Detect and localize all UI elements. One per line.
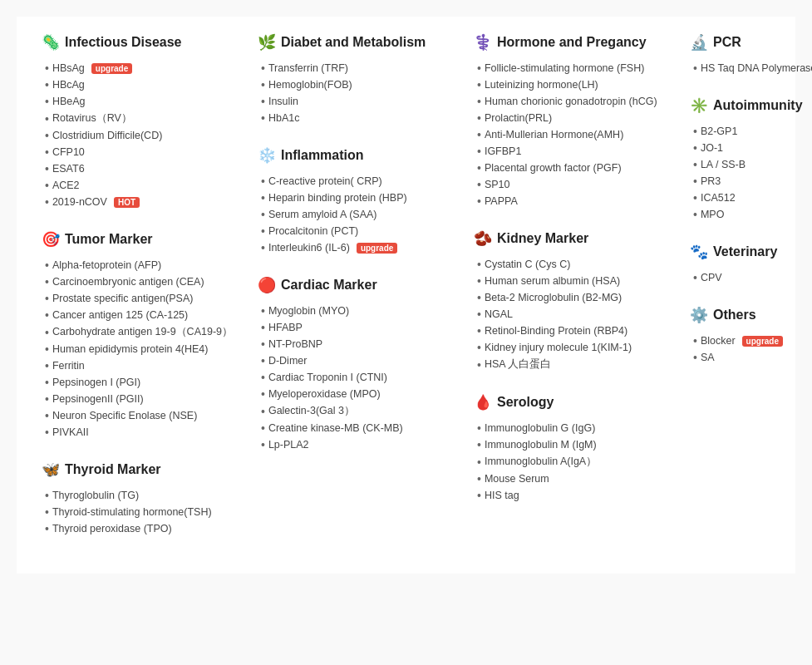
list-item-text: 2019-nCOV (52, 196, 107, 208)
badge-upgrade: upgrade (742, 336, 783, 347)
column-3: 🔬PCRHS Taq DNA Polymerase✳️AutoimmunityB… (682, 33, 812, 557)
section-items-cardiac-marker: Myoglobin (MYO)HFABPNT-ProBNPD-DimerCard… (258, 303, 457, 453)
list-item: B2-GP1 (693, 123, 812, 140)
list-item: NT-ProBNP (261, 336, 457, 352)
list-item-text: Procalcitonin (PCT) (268, 225, 358, 237)
list-item: PepsinogenII (PGII) (45, 391, 241, 407)
list-item: Insulin (261, 93, 457, 110)
list-item: Heparin binding protein (HBP) (261, 190, 457, 206)
list-item: Immunoglobulin M (IgM) (477, 436, 673, 453)
section-icon-autoimmunity: ✳️ (690, 96, 708, 115)
list-item: D-Dimer (261, 352, 457, 369)
list-item-text: Carbohydrate antigen 19-9（CA19-9） (52, 325, 233, 339)
list-item-text: IGFBP1 (485, 145, 521, 157)
section-items-tumor-marker: Alpha-fetoprotein (AFP)Carcinoembryonic … (42, 257, 241, 441)
section-tumor-marker: 🎯Tumor MarkerAlpha-fetoprotein (AFP)Carc… (42, 230, 241, 441)
section-title-autoimmunity: ✳️Autoimmunity (690, 96, 812, 115)
list-item: CPV (693, 269, 812, 286)
list-item: CFP10 (45, 144, 241, 160)
list-item: 2019-nCOVHOT (45, 194, 241, 210)
section-title-pcr: 🔬PCR (690, 33, 812, 52)
list-item: Anti-Mullerian Hormone(AMH) (477, 126, 673, 143)
section-title-text-tumor-marker: Tumor Marker (65, 232, 153, 247)
list-item-text: HS Taq DNA Polymerase (701, 62, 812, 74)
list-item-text: Anti-Mullerian Hormone(AMH) (485, 129, 623, 140)
section-title-text-hormone-pregnancy: Hormone and Pregancy (497, 35, 647, 50)
list-item: Rotavirus（RV） (45, 110, 241, 127)
list-item-text: Prostate specific antigen(PSA) (52, 293, 194, 304)
list-item-text: Thyroid-stimulating hormone(TSH) (52, 506, 212, 518)
list-item-text: Cancer antigen 125 (CA-125) (52, 309, 188, 321)
column-2: ⚕️Hormone and PregancyFollicle-stimulati… (465, 33, 682, 557)
list-item-text: Interleukin6 (IL-6) (268, 242, 350, 254)
list-item-text: B2-GP1 (701, 126, 737, 137)
section-items-inflammation: C-reactive protein( CRP)Heparin binding … (258, 173, 457, 256)
list-item: Carbohydrate antigen 19-9（CA19-9） (45, 323, 241, 341)
list-item-text: PR3 (701, 175, 721, 187)
list-item-text: MPO (701, 209, 724, 220)
section-icon-pcr: 🔬 (690, 33, 708, 52)
list-item: Creatine kinase-MB (CK-MB) (261, 420, 457, 436)
list-item-text: Carcinoembryonic antigen (CEA) (52, 276, 204, 288)
section-title-text-inflammation: Inflammation (281, 148, 364, 163)
list-item: MPO (693, 206, 812, 223)
list-item: HbA1c (261, 110, 457, 126)
list-item: Thyroid peroxidase (TPO) (45, 520, 241, 537)
section-icon-tumor-marker: 🎯 (42, 230, 60, 249)
list-item-text: Immunoglobulin A(IgA） (485, 455, 597, 469)
list-item: Hemoglobin(FOB) (261, 76, 457, 93)
list-item-text: Pepsinogen I (PGI) (52, 377, 140, 388)
section-items-pcr: HS Taq DNA Polymerase (690, 60, 812, 76)
list-item: Follicle-stimulating hormone (FSH) (477, 60, 673, 76)
list-item: Myeloperoxidase (MPO) (261, 386, 457, 402)
list-item-text: Cardiac Troponin I (CTNI) (268, 372, 387, 383)
list-item: Transferrin (TRF) (261, 60, 457, 76)
section-cardiac-marker: 🔴Cardiac MarkerMyoglobin (MYO)HFABPNT-Pr… (258, 276, 457, 453)
list-item: IGFBP1 (477, 143, 673, 160)
section-items-kidney-marker: Cystatin C (Cys C)Human serum albumin (H… (474, 256, 673, 373)
section-title-diabet-metabolism: 🌿Diabet and Metabolism (258, 33, 457, 52)
list-item: C-reactive protein( CRP) (261, 173, 457, 190)
list-item: HBsAgupgrade (45, 60, 241, 76)
section-title-kidney-marker: 🫘Kidney Marker (474, 229, 673, 248)
section-title-tumor-marker: 🎯Tumor Marker (42, 230, 241, 249)
list-item-text: Lp-PLA2 (268, 439, 309, 451)
list-item: Human epididymis protein 4(HE4) (45, 341, 241, 357)
section-title-text-diabet-metabolism: Diabet and Metabolism (281, 35, 426, 50)
list-item-text: Luteinizing hormone(LH) (485, 79, 598, 91)
section-icon-serology: 🩸 (474, 393, 492, 411)
list-item-text: Heparin binding protein (HBP) (268, 192, 407, 204)
list-item-text: HSA 人白蛋白 (485, 357, 552, 372)
section-icon-kidney-marker: 🫘 (474, 229, 492, 248)
list-item-text: Myoglobin (MYO) (268, 305, 349, 317)
list-item: Serum amyloid A (SAA) (261, 206, 457, 223)
list-item-text: SP10 (485, 179, 510, 190)
list-item: Ferritin (45, 357, 241, 374)
list-item-text: C-reactive protein( CRP) (268, 175, 382, 187)
list-item-text: Human serum albumin (HSA) (485, 275, 620, 287)
list-item-text: Kidney injury molecule 1(KIM-1) (485, 342, 632, 353)
section-items-veterinary: CPV (690, 269, 812, 286)
list-item-text: HIS tag (485, 490, 519, 501)
list-item-text: Hemoglobin(FOB) (268, 79, 352, 91)
column-1: 🌿Diabet and MetabolismTransferrin (TRF)H… (249, 33, 465, 557)
list-item: PR3 (693, 173, 812, 190)
section-items-thyroid-marker: Thyroglobulin (TG)Thyroid-stimulating ho… (42, 487, 241, 537)
list-item-text: ICA512 (701, 192, 736, 204)
list-item-text: PAPPA (485, 195, 518, 207)
list-item-text: HbA1c (268, 112, 300, 124)
badge-upgrade: upgrade (91, 63, 132, 74)
section-inflammation: ❄️InflammationC-reactive protein( CRP)He… (258, 146, 457, 256)
list-item: LA / SS-B (693, 156, 812, 173)
list-item: Cancer antigen 125 (CA-125) (45, 307, 241, 323)
section-icon-thyroid-marker: 🦋 (42, 461, 60, 479)
list-item: Cardiac Troponin I (CTNI) (261, 369, 457, 386)
section-thyroid-marker: 🦋Thyroid MarkerThyroglobulin (TG)Thyroid… (42, 461, 241, 537)
list-item: Alpha-fetoprotein (AFP) (45, 257, 241, 273)
list-item-text: Insulin (268, 96, 298, 107)
list-item: Interleukin6 (IL-6)upgrade (261, 239, 457, 256)
section-title-text-kidney-marker: Kidney Marker (497, 231, 588, 246)
section-icon-diabet-metabolism: 🌿 (258, 33, 276, 52)
list-item: HBcAg (45, 76, 241, 93)
section-title-text-thyroid-marker: Thyroid Marker (65, 462, 161, 477)
